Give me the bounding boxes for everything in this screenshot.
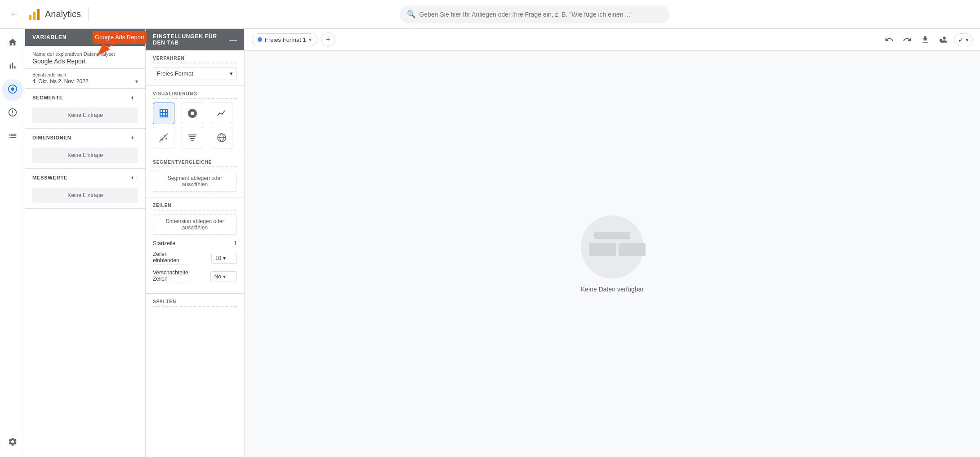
startzeile-label: Startzeile [153, 240, 175, 246]
search-icon: 🔍 [407, 10, 416, 18]
date-section: Benutzerdefiniert 4. Okt. bis 2. Nov. 20… [25, 69, 145, 89]
placeholder-rect3 [619, 243, 646, 256]
back-icon: ← [10, 9, 18, 19]
svg-line-9 [160, 134, 168, 142]
viz-grid [153, 103, 237, 148]
zeilen-einblenden-label: Zeilen einblenden [153, 251, 189, 265]
undo-btn[interactable] [882, 32, 896, 47]
download-btn[interactable] [918, 32, 932, 47]
list-icon [8, 131, 18, 143]
tab-actions: ✓ ▾ [882, 32, 973, 47]
tab-dot [258, 37, 262, 42]
verfahren-label: VERFAHREN [153, 56, 237, 63]
date-range-row[interactable]: 4. Okt. bis 2. Nov. 2022 ▾ [32, 78, 138, 85]
viz-btn-funnel[interactable] [182, 127, 203, 148]
verfahren-select[interactable]: Freies Format ▾ [153, 67, 237, 80]
viz-btn-donut[interactable] [182, 103, 203, 124]
viz-btn-table[interactable] [153, 103, 174, 124]
segment-drop-zone[interactable]: Segment ablegen oder auswählen [153, 171, 237, 192]
analysis-name-section: Name der explorativen Datenanalyse: Goog… [25, 46, 145, 69]
variables-minimize-btn[interactable]: — [130, 33, 138, 41]
tab-item-freies-format[interactable]: Freies Format 1 ▾ [252, 33, 317, 46]
verschachtelte-label: Verschachtelte Zellen [153, 269, 189, 283]
viz-btn-line[interactable] [211, 103, 232, 124]
startzeile-value: 1 [219, 240, 237, 246]
nav-item-home[interactable] [2, 32, 23, 54]
nav-item-settings[interactable] [2, 432, 23, 453]
dimensionen-add-btn[interactable]: + [127, 132, 138, 143]
svg-rect-2 [37, 9, 40, 20]
zeilen-einblenden-value: 10 [215, 255, 221, 261]
messwerte-empty: Keine Einträge [32, 188, 138, 203]
settings-title: Einstellungen für den Tab [153, 33, 229, 46]
search-bar[interactable]: 🔍 [400, 5, 669, 23]
empty-state-text: Keine Daten verfügbar [581, 286, 644, 293]
search-input[interactable] [419, 11, 662, 18]
messwerte-header: MESSWERTE + [25, 169, 145, 186]
topbar: ← Analytics 🔍 [0, 0, 980, 29]
date-range-chevron: ▾ [135, 78, 138, 85]
back-button[interactable]: ← [7, 7, 22, 22]
nav-item-audience[interactable] [2, 103, 23, 124]
placeholder-rect1 [594, 232, 630, 239]
app-title: Analytics [45, 9, 81, 19]
viz-btn-scatter[interactable] [153, 127, 174, 148]
settings-icon [8, 437, 18, 449]
zeilen-einblenden-select[interactable]: 10 ▾ [211, 253, 237, 264]
zeilen-section: ZEILEN Dimension ablegen oder auswählen … [146, 197, 244, 294]
home-icon [8, 37, 18, 49]
status-chevron: ▾ [966, 36, 969, 43]
segmente-header: SEGMENTE + [25, 89, 145, 106]
segmentvergleiche-label: SEGMENTVERGLEICHE [153, 160, 237, 167]
content-area: Freies Format 1 ▾ + ✓ [245, 29, 980, 457]
nav-item-explore[interactable] [2, 79, 23, 101]
audience-icon [8, 108, 18, 120]
settings-minimize-btn[interactable]: — [229, 36, 237, 44]
segmente-label: SEGMENTE [32, 95, 63, 100]
dimensionen-section: DIMENSIONEN + Keine Einträge [25, 129, 145, 169]
add-tab-btn[interactable]: + [321, 32, 335, 47]
share-btn[interactable] [936, 32, 950, 47]
left-nav [0, 29, 25, 457]
date-range-value: 4. Okt. bis 2. Nov. 2022 [32, 78, 89, 85]
explore-icon [8, 84, 18, 96]
zeilen-controls: Startzeile 1 Zeilen einblenden 10 ▾ Vers… [153, 240, 237, 283]
svg-rect-1 [33, 12, 36, 20]
messwerte-add-btn[interactable]: + [127, 172, 138, 183]
svg-point-4 [11, 87, 14, 90]
empty-placeholder [576, 215, 648, 278]
verschachtelte-select[interactable]: No ▾ [210, 271, 237, 282]
verfahren-chevron: ▾ [230, 70, 233, 77]
verschachtelte-value: No [214, 273, 221, 280]
svg-point-7 [165, 138, 167, 139]
segmente-add-btn[interactable]: + [127, 92, 138, 103]
zeilen-label: ZEILEN [153, 203, 237, 211]
viz-btn-map[interactable] [211, 127, 232, 148]
topbar-divider [88, 7, 89, 22]
analytics-logo-icon [27, 7, 41, 22]
startzeile-row: Startzeile 1 [153, 240, 237, 246]
visualisierung-label: VISUALISIERUNG [153, 91, 237, 99]
empty-state: Keine Daten verfügbar [576, 215, 648, 293]
dimension-drop-zone[interactable]: Dimension ablegen oder auswählen [153, 214, 237, 235]
redo-btn[interactable] [900, 32, 914, 47]
placeholder-rect2 [589, 243, 616, 256]
dimensionen-empty: Keine Einträge [32, 148, 138, 163]
variables-panel-header: Variablen — [25, 29, 145, 46]
variables-panel: Variablen — Name der explorativen Datena… [25, 29, 146, 457]
messwerte-label: MESSWERTE [32, 175, 67, 180]
nav-item-list[interactable] [2, 126, 23, 148]
nav-item-reports[interactable] [2, 56, 23, 77]
settings-panel-header: Einstellungen für den Tab — [146, 29, 244, 50]
segmentvergleiche-section: SEGMENTVERGLEICHE Segment ablegen oder a… [146, 154, 244, 197]
canvas-area: Keine Daten verfügbar [245, 51, 980, 457]
tab-chevron: ▾ [309, 36, 312, 43]
main-layout: Variablen — Name der explorativen Datena… [0, 29, 980, 457]
status-btn[interactable]: ✓ ▾ [954, 33, 973, 46]
add-tab-icon: + [325, 35, 330, 45]
settings-panel: Einstellungen für den Tab — VERFAHREN Fr… [146, 29, 245, 457]
verfahren-value: Freies Format [157, 70, 193, 77]
visualisierung-section: VISUALISIERUNG [146, 86, 244, 154]
variables-title: Variablen [32, 34, 67, 40]
analysis-name-label: Name der explorativen Datenanalyse: [32, 51, 138, 57]
